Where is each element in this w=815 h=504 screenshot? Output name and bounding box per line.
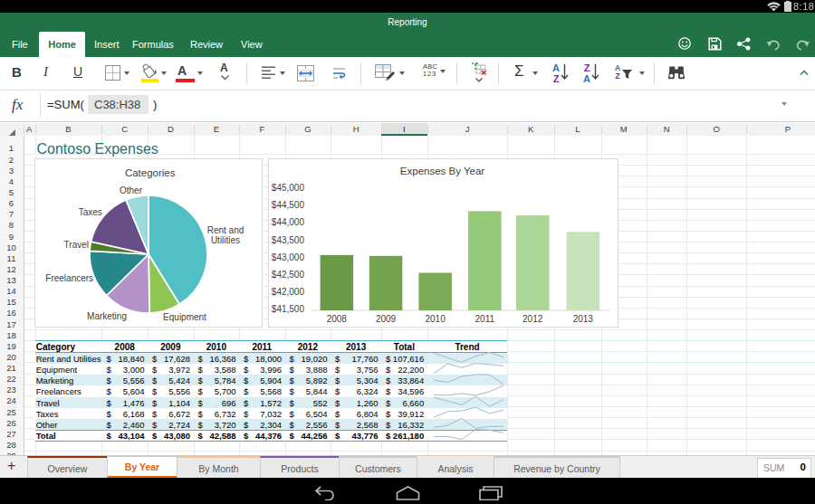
svg-text:A: A	[583, 73, 590, 83]
svg-text:A: A	[552, 62, 560, 73]
svg-text:Z: Z	[584, 62, 590, 73]
svg-text:Z: Z	[615, 71, 620, 81]
svg-text:Z: Z	[553, 73, 560, 83]
